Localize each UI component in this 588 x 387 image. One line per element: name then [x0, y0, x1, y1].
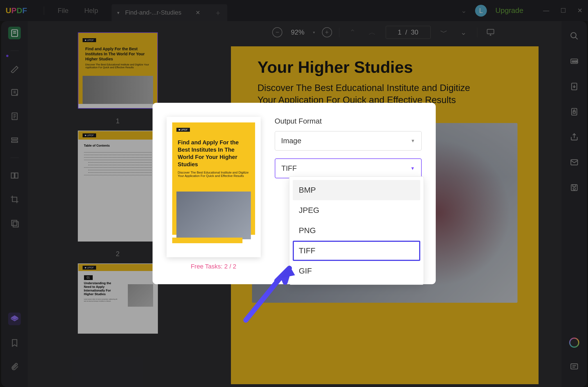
- format-dropdown: BMP JPEG PNG TIFF GIF: [289, 176, 424, 285]
- dropdown-option-tiff[interactable]: TIFF: [293, 241, 420, 261]
- dropdown-option-bmp[interactable]: BMP: [293, 180, 420, 200]
- output-format-select[interactable]: Image ▼: [275, 131, 422, 151]
- export-modal: ■ UPDF Find and Apply For the Best Insti…: [153, 103, 436, 284]
- modal-overlay: ■ UPDF Find and Apply For the Best Insti…: [0, 0, 588, 387]
- preview-subtitle: Discover The Best Educational Institute …: [176, 171, 251, 183]
- dropdown-option-png[interactable]: PNG: [293, 220, 420, 241]
- modal-preview: ■ UPDF Find and Apply For the Best Insti…: [167, 117, 261, 257]
- preview-title: Find and Apply For the Best Institutes I…: [176, 132, 251, 171]
- free-tasks-label: Free Tasks: 2 / 2: [191, 263, 236, 270]
- dropdown-option-jpeg[interactable]: JPEG: [293, 200, 420, 220]
- preview-image: [176, 192, 251, 239]
- chevron-down-icon: ▼: [410, 166, 415, 171]
- chevron-down-icon: ▼: [411, 138, 415, 144]
- output-format-label: Output Format: [275, 117, 422, 126]
- image-format-select[interactable]: TIFF ▼: [275, 158, 422, 178]
- dropdown-option-gif[interactable]: GIF: [293, 261, 420, 281]
